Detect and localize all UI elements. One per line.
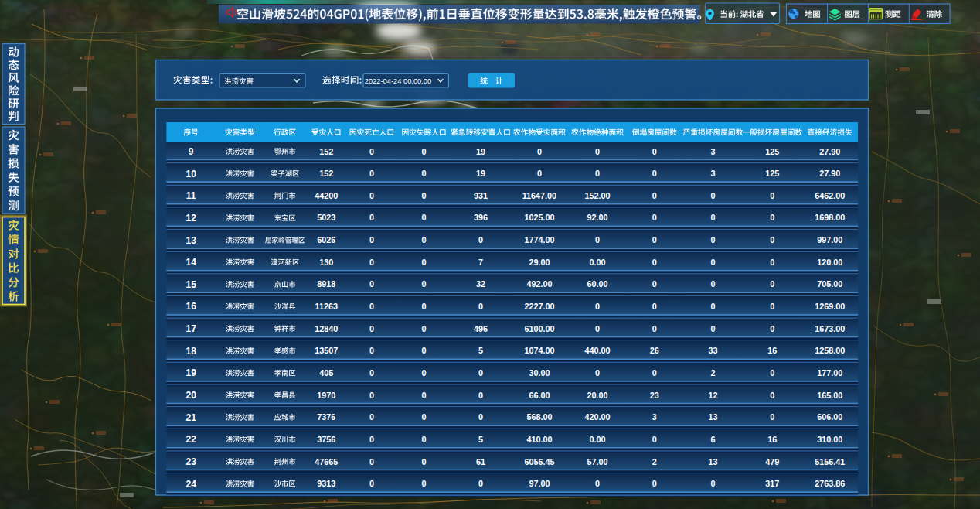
svg-text:0: 0 <box>652 324 657 333</box>
svg-text:1774.00: 1774.00 <box>524 235 554 244</box>
svg-text:0: 0 <box>478 479 483 488</box>
svg-text:0: 0 <box>478 412 483 422</box>
svg-text:0: 0 <box>770 368 774 377</box>
svg-text:0: 0 <box>369 169 374 178</box>
svg-text:1970: 1970 <box>317 391 335 400</box>
svg-text:568.00: 568.00 <box>526 412 552 422</box>
svg-text:0: 0 <box>369 457 374 466</box>
svg-text:29.00: 29.00 <box>529 258 550 267</box>
svg-text:27.90: 27.90 <box>819 169 840 178</box>
svg-text:0: 0 <box>652 213 657 222</box>
svg-text:0: 0 <box>422 235 427 244</box>
svg-text:0: 0 <box>595 302 600 311</box>
svg-text:405: 405 <box>319 368 333 377</box>
svg-text:27.90: 27.90 <box>819 147 840 156</box>
svg-text:0: 0 <box>369 368 374 377</box>
svg-text:13: 13 <box>186 235 197 246</box>
svg-text:14: 14 <box>186 257 197 268</box>
svg-text:11: 11 <box>186 190 196 201</box>
svg-text:0: 0 <box>770 302 774 311</box>
svg-text:6462.00: 6462.00 <box>815 191 845 200</box>
svg-text:20.00: 20.00 <box>587 391 607 400</box>
svg-text:30.00: 30.00 <box>529 368 550 377</box>
svg-text:705.00: 705.00 <box>817 279 842 289</box>
svg-text:0: 0 <box>369 258 374 267</box>
svg-text:0: 0 <box>422 412 427 422</box>
svg-text:97.00: 97.00 <box>529 479 550 488</box>
svg-text:0: 0 <box>652 147 657 156</box>
svg-text:0: 0 <box>369 302 374 311</box>
svg-text:0: 0 <box>652 435 657 444</box>
svg-text:0: 0 <box>595 324 600 333</box>
svg-text:410.00: 410.00 <box>526 435 552 444</box>
svg-text:13507: 13507 <box>315 346 338 355</box>
svg-text:2: 2 <box>710 368 715 377</box>
svg-text:0: 0 <box>369 391 374 400</box>
svg-text:997.00: 997.00 <box>817 235 842 244</box>
svg-text:0: 0 <box>422 368 427 377</box>
svg-text:0: 0 <box>537 169 542 178</box>
svg-text:0: 0 <box>652 258 657 267</box>
svg-text:0: 0 <box>369 147 374 156</box>
svg-text:23: 23 <box>186 456 197 467</box>
svg-text:1269.00: 1269.00 <box>815 302 845 311</box>
svg-text:0: 0 <box>770 235 774 244</box>
svg-text:24: 24 <box>186 479 197 490</box>
svg-text:0: 0 <box>422 279 427 289</box>
svg-text:9313: 9313 <box>317 479 335 488</box>
svg-text:0: 0 <box>422 479 427 488</box>
svg-text:11263: 11263 <box>315 302 337 311</box>
svg-text:20: 20 <box>186 390 197 401</box>
svg-text:0: 0 <box>652 279 657 289</box>
svg-text:0: 0 <box>422 435 427 444</box>
svg-text:57.00: 57.00 <box>587 457 607 466</box>
svg-text:5023: 5023 <box>317 213 335 222</box>
svg-text:7: 7 <box>478 258 483 267</box>
svg-text:0: 0 <box>422 457 427 466</box>
svg-text:0: 0 <box>422 147 427 156</box>
svg-text:0: 0 <box>422 391 427 400</box>
svg-text:0: 0 <box>422 191 427 200</box>
svg-text:6026: 6026 <box>317 235 335 244</box>
svg-text:0: 0 <box>770 391 774 400</box>
svg-text:6: 6 <box>710 435 715 444</box>
svg-text:0: 0 <box>369 279 374 289</box>
svg-text:16: 16 <box>767 435 777 444</box>
svg-text:9: 9 <box>189 146 194 157</box>
svg-text:21: 21 <box>186 412 197 423</box>
svg-text:2022-04-24 00:00:00: 2022-04-24 00:00:00 <box>365 77 431 85</box>
svg-text:0: 0 <box>422 169 427 178</box>
svg-text:0: 0 <box>652 368 657 377</box>
svg-text:1025.00: 1025.00 <box>524 213 554 222</box>
svg-text:0: 0 <box>710 191 715 200</box>
svg-text:11647.00: 11647.00 <box>522 191 556 200</box>
svg-text:0: 0 <box>770 412 774 422</box>
svg-text:12: 12 <box>708 391 717 400</box>
svg-text:440.00: 440.00 <box>584 346 610 355</box>
svg-text:0: 0 <box>710 258 715 267</box>
svg-text:0: 0 <box>770 213 774 222</box>
svg-text:33: 33 <box>708 346 717 355</box>
svg-text:0: 0 <box>652 235 657 244</box>
svg-text:12840: 12840 <box>315 324 338 333</box>
svg-text:0: 0 <box>369 479 374 488</box>
svg-text:5156.41: 5156.41 <box>815 457 845 466</box>
svg-text:0: 0 <box>652 302 657 311</box>
svg-text:60.00: 60.00 <box>587 279 607 289</box>
svg-text:12: 12 <box>186 213 197 224</box>
svg-text:6100.00: 6100.00 <box>524 324 554 333</box>
svg-text:0: 0 <box>770 324 774 333</box>
svg-text:18: 18 <box>186 346 197 357</box>
svg-text:5: 5 <box>478 435 483 444</box>
svg-text:16: 16 <box>186 301 197 312</box>
svg-text:0: 0 <box>595 235 600 244</box>
svg-text:32: 32 <box>476 279 485 289</box>
svg-text:0: 0 <box>369 346 374 355</box>
svg-text:479: 479 <box>765 457 779 466</box>
svg-text:13: 13 <box>708 412 717 422</box>
svg-text:0: 0 <box>478 391 483 400</box>
svg-text:1673.00: 1673.00 <box>815 324 845 333</box>
svg-text:19: 19 <box>476 147 485 156</box>
svg-text:0: 0 <box>422 213 427 222</box>
svg-text:3: 3 <box>710 147 715 156</box>
